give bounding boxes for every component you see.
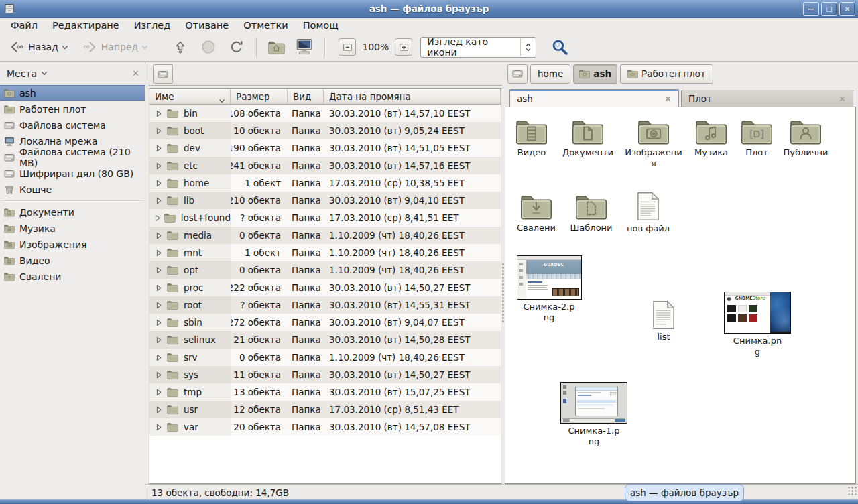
- table-row-sbin[interactable]: sbin272 обектаПапка30.03.2010 (вт) 9,04,…: [149, 314, 501, 331]
- table-row-var[interactable]: var20 обектаПапка30.03.2010 (вт) 14,57,0…: [149, 418, 501, 436]
- icon-item-pictures[interactable]: Изображения: [624, 118, 683, 169]
- expander-icon[interactable]: [154, 214, 162, 222]
- expander-icon[interactable]: [154, 354, 164, 361]
- sidebar-item-music[interactable]: Музика: [0, 220, 145, 236]
- expander-icon[interactable]: [154, 406, 164, 414]
- table-row-opt[interactable]: opt0 обектаПапка1.10.2009 (чт) 18,40,26 …: [149, 261, 501, 279]
- sidebar-item-downloads[interactable]: Свалени: [0, 269, 145, 284]
- expander-icon[interactable]: [154, 197, 164, 204]
- tab-close-icon[interactable]: ✕: [664, 94, 672, 104]
- table-row-sys[interactable]: sys11 обектаПапка30.03.2010 (вт) 14,50,2…: [149, 366, 501, 383]
- up-button[interactable]: [168, 36, 193, 58]
- menu-item-view[interactable]: Изглед: [127, 19, 178, 32]
- zoom-in-button[interactable]: [395, 38, 412, 56]
- column-header-type[interactable]: Вид: [288, 89, 324, 104]
- spinner-icon[interactable]: [520, 38, 536, 56]
- sidebar-item-pictures[interactable]: Изображения: [0, 237, 145, 252]
- breadcrumb-desktop[interactable]: [D] Работен плот: [620, 64, 713, 84]
- forward-button[interactable]: Напред: [77, 36, 153, 58]
- icon-item-public[interactable]: Публични: [776, 118, 835, 158]
- close-button[interactable]: ✕: [839, 2, 855, 16]
- column-header-name[interactable]: Име: [149, 89, 231, 104]
- tab-plot[interactable]: Плот✕: [681, 90, 853, 107]
- menu-item-bookmarks[interactable]: Отметки: [236, 19, 295, 32]
- menu-item-file[interactable]: Файл: [3, 19, 45, 32]
- sidebar-item-trash[interactable]: Кошче: [0, 182, 145, 197]
- expander-icon[interactable]: [154, 162, 164, 170]
- icon-item-templates[interactable]: Шаблони: [562, 193, 621, 233]
- expander-icon[interactable]: [154, 110, 164, 117]
- breadcrumb-root[interactable]: [507, 64, 528, 84]
- breadcrumb-home[interactable]: home: [530, 64, 570, 84]
- places-close-button[interactable]: ✕: [132, 68, 139, 78]
- menu-item-help[interactable]: Помощ: [296, 19, 346, 32]
- folder-icon: [167, 109, 178, 118]
- table-row-home[interactable]: home1 обектПапка17.03.2010 (ср) 10,38,55…: [149, 174, 501, 192]
- icon-item-new-file[interactable]: нов файл: [619, 192, 678, 234]
- icon-item-videos[interactable]: Видео: [502, 118, 561, 158]
- maximize-button[interactable]: □: [821, 2, 837, 16]
- expander-icon[interactable]: [154, 389, 164, 396]
- expander-icon[interactable]: [154, 127, 164, 135]
- view-mode-selector[interactable]: Изглед като икони: [420, 37, 536, 58]
- expander-icon[interactable]: [154, 371, 164, 379]
- back-button[interactable]: Назад: [4, 36, 73, 58]
- search-button[interactable]: [546, 36, 574, 58]
- zoom-out-button[interactable]: [339, 38, 356, 56]
- table-row-lib[interactable]: lib210 обектаПапка30.03.2010 (вт) 9,04,1…: [149, 192, 501, 209]
- table-row-proc[interactable]: proc222 обектаПапка30.03.2010 (вт) 14,50…: [149, 279, 501, 296]
- expander-icon[interactable]: [154, 267, 164, 274]
- icon-item-downloads[interactable]: Свалени: [507, 193, 566, 233]
- column-header-size[interactable]: Размер: [231, 89, 288, 104]
- expander-icon[interactable]: [154, 145, 164, 152]
- minimize-button[interactable]: —: [803, 2, 819, 16]
- icon-item-documents[interactable]: Документи: [558, 118, 617, 158]
- table-row-boot[interactable]: boot10 обектаПапка30.03.2010 (вт) 9,05,2…: [149, 122, 501, 139]
- tree-pane-root-button[interactable]: [153, 64, 173, 84]
- table-row-tmp[interactable]: tmp13 обектаПапка30.03.2010 (вт) 15,07,2…: [149, 383, 501, 401]
- sidebar-item-filesystem[interactable]: Файлова система: [0, 117, 145, 133]
- sidebar-item-home[interactable]: ash: [0, 85, 145, 101]
- menu-item-go[interactable]: Отиване: [178, 19, 236, 32]
- expander-icon[interactable]: [154, 424, 164, 431]
- column-header-date[interactable]: Дата на промяна: [324, 89, 501, 104]
- back-dropdown-icon[interactable]: [62, 45, 68, 50]
- icon-item-list[interactable]: list: [634, 300, 693, 342]
- sidebar-item-documents[interactable]: Документи: [0, 204, 145, 220]
- breadcrumb-ash[interactable]: ash: [573, 64, 617, 84]
- resize-grip-icon[interactable]: [847, 486, 857, 495]
- icon-item-snimka-2[interactable]: GUADEC Снимка-2.png: [514, 255, 584, 323]
- expander-icon[interactable]: [154, 336, 164, 344]
- computer-button[interactable]: [291, 36, 318, 58]
- sidebar-item-videos[interactable]: Видео: [0, 253, 145, 268]
- places-selector[interactable]: Места: [7, 68, 48, 79]
- table-row-root[interactable]: root? обектаПапка30.03.2010 (вт) 14,55,3…: [149, 296, 501, 314]
- menu-item-edit[interactable]: Редактиране: [45, 19, 127, 32]
- table-row-lost+found[interactable]: lost+found? обектаПапка17.03.2010 (ср) 8…: [149, 209, 501, 227]
- expander-icon[interactable]: [154, 284, 164, 292]
- icon-item-snimka[interactable]: GNOME Store Снимка.png: [723, 292, 792, 357]
- table-row-mnt[interactable]: mnt1 обектПапка1.10.2009 (чт) 18,40,26 E…: [149, 244, 501, 261]
- expander-icon[interactable]: [154, 180, 164, 187]
- table-row-selinux[interactable]: selinux21 обектаПапка30.03.2010 (вт) 14,…: [149, 331, 501, 349]
- sidebar-item-volume-210mb[interactable]: Файлова система (210 MB): [0, 149, 145, 165]
- table-row-dev[interactable]: dev190 обектаПапка30.03.2010 (вт) 14,51,…: [149, 139, 501, 157]
- icon-item-snimka-1[interactable]: Снимка-1.png: [559, 382, 629, 447]
- reload-button[interactable]: [224, 36, 249, 58]
- expander-icon[interactable]: [154, 232, 164, 239]
- expander-icon[interactable]: [154, 249, 164, 257]
- expander-icon[interactable]: [154, 302, 164, 309]
- table-row-etc[interactable]: etc241 обектаПапка30.03.2010 (вт) 14,57,…: [149, 157, 501, 174]
- expander-icon[interactable]: [154, 319, 164, 326]
- sidebar-item-desktop[interactable]: [D] Работен плот: [0, 101, 145, 117]
- tab-close-icon[interactable]: ✕: [839, 94, 846, 104]
- sidebar-item-encrypted-80gb[interactable]: Шифриран дял (80 GB): [0, 166, 145, 181]
- folder-music-icon: [695, 118, 727, 145]
- table-row-srv[interactable]: srv0 обектаПапка1.10.2009 (чт) 18,40,26 …: [149, 349, 501, 366]
- tab-ash[interactable]: ash✕: [509, 89, 679, 107]
- table-row-bin[interactable]: bin108 обектаПапка30.03.2010 (вт) 14,57,…: [149, 105, 501, 122]
- table-row-usr[interactable]: usr12 обектаПапка17.03.2010 (ср) 8,51,43…: [149, 401, 501, 418]
- home-button[interactable]: [263, 36, 290, 58]
- stop-button[interactable]: [196, 36, 221, 58]
- table-row-media[interactable]: media0 обектаПапка1.10.2009 (чт) 18,40,2…: [149, 227, 501, 244]
